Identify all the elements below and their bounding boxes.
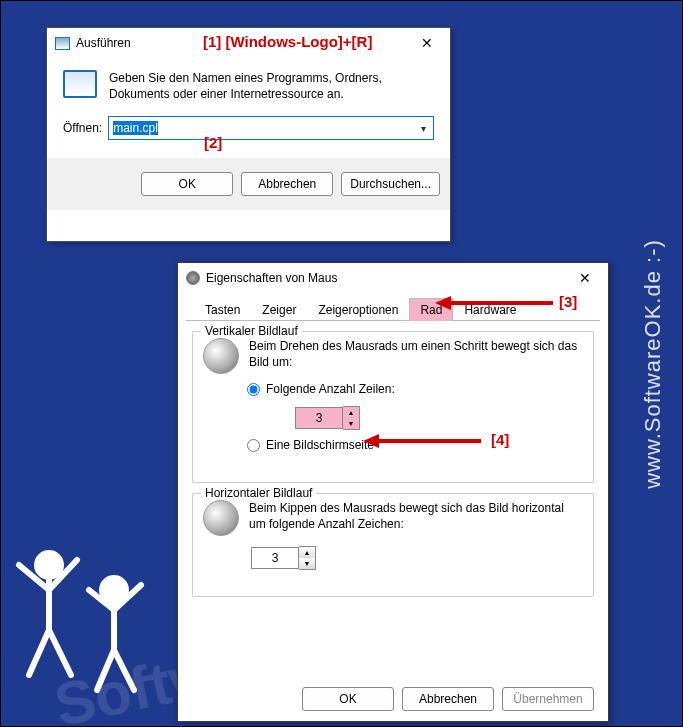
radio-page[interactable]	[247, 439, 260, 452]
annotation-1: [1] [Windows-Logo]+[R]	[203, 33, 372, 50]
svg-line-11	[114, 650, 134, 690]
tab-pointer-options[interactable]: Zeigeroptionen	[307, 298, 409, 321]
chars-spinner: ▲ ▼	[251, 546, 583, 570]
decorative-figures	[9, 535, 169, 708]
svg-line-5	[49, 630, 71, 675]
ok-button[interactable]: OK	[141, 172, 233, 196]
lines-down-button[interactable]: ▼	[343, 418, 359, 429]
vertical-scroll-group: Vertikaler Bildlauf Beim Drehen des Maus…	[192, 331, 594, 483]
annotation-3: [3]	[559, 293, 577, 310]
vertical-legend: Vertikaler Bildlauf	[201, 324, 302, 338]
horizontal-legend: Horizontaler Bildlauf	[201, 486, 316, 500]
cancel-button[interactable]: Abbrechen	[241, 172, 333, 196]
open-input[interactable]	[113, 121, 417, 135]
radio-lines-label: Folgende Anzahl Zeilen:	[266, 382, 395, 396]
radio-lines[interactable]	[247, 383, 260, 396]
vertical-desc: Beim Drehen des Mausrads um einen Schrit…	[249, 338, 583, 374]
mouse-properties-dialog: Eigenschaften von Maus ✕ Tasten Zeiger Z…	[177, 262, 609, 722]
annotation-4: [4]	[491, 431, 509, 448]
lines-spinner: ▲ ▼	[295, 406, 583, 430]
close-icon[interactable]: ✕	[412, 28, 442, 58]
watermark-vertical: www.SoftwareOK.de :-)	[640, 239, 666, 489]
lines-up-button[interactable]: ▲	[343, 407, 359, 418]
wheel-icon	[203, 338, 239, 374]
horizontal-desc: Beim Kippen des Mausrads bewegt sich das…	[249, 500, 583, 536]
svg-line-10	[97, 650, 114, 690]
run-dialog: Ausführen ✕ Geben Sie den Namen eines Pr…	[46, 27, 451, 242]
lines-input[interactable]	[295, 407, 343, 429]
run-description: Geben Sie den Namen eines Programms, Ord…	[109, 70, 434, 102]
run-button-row: OK Abbrechen Durchsuchen...	[47, 158, 450, 210]
chars-input[interactable]	[251, 547, 299, 569]
tab-buttons[interactable]: Tasten	[194, 298, 251, 321]
browse-button[interactable]: Durchsuchen...	[341, 172, 440, 196]
open-label: Öffnen:	[63, 121, 102, 135]
run-app-icon	[63, 70, 97, 98]
annotation-2: [2]	[204, 134, 222, 151]
chars-down-button[interactable]: ▼	[299, 558, 315, 569]
mouse-button-row: OK Abbrechen Übernehmen	[302, 687, 594, 711]
ok-button[interactable]: OK	[302, 687, 394, 711]
horizontal-scroll-group: Horizontaler Bildlauf Beim Kippen des Ma…	[192, 493, 594, 597]
radio-page-label: Eine Bildschirmseite	[266, 438, 374, 452]
run-titlebar-icon	[55, 37, 70, 50]
wheel-icon	[203, 500, 239, 536]
mouse-titlebar-icon	[186, 271, 200, 285]
cancel-button[interactable]: Abbrechen	[402, 687, 494, 711]
svg-point-0	[37, 553, 61, 577]
tab-wheel[interactable]: Rad	[409, 298, 453, 321]
svg-line-4	[29, 630, 49, 675]
run-title: Ausführen	[76, 36, 131, 50]
mouse-titlebar: Eigenschaften von Maus ✕	[178, 263, 608, 293]
mouse-title: Eigenschaften von Maus	[206, 271, 337, 285]
open-combobox[interactable]: ▾	[108, 116, 434, 140]
chevron-down-icon[interactable]: ▾	[417, 123, 429, 134]
mouse-tabbar: Tasten Zeiger Zeigeroptionen Rad Hardwar…	[186, 293, 600, 321]
close-icon[interactable]: ✕	[570, 263, 600, 293]
chars-up-button[interactable]: ▲	[299, 547, 315, 558]
tab-pointer[interactable]: Zeiger	[251, 298, 307, 321]
tab-hardware[interactable]: Hardware	[453, 298, 527, 321]
apply-button[interactable]: Übernehmen	[502, 687, 594, 711]
